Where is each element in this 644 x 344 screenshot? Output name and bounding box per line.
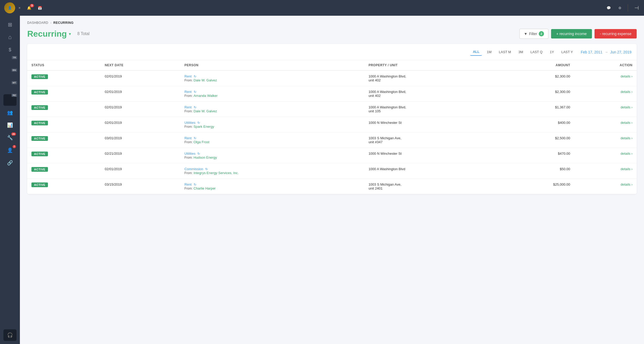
calendar-icon: 📅: [38, 6, 42, 10]
cell-property-3: 1000 N Winchester St: [364, 117, 500, 132]
sidebar-item-dollar[interactable]: $: [3, 44, 16, 56]
sync-icon-0: ↻: [194, 75, 196, 78]
sidebar-item-mt[interactable]: mt: [3, 82, 16, 93]
period-3m-button[interactable]: 3M: [516, 48, 526, 56]
table-header-row: STATUS NEXT DATE PERSON PROPERTY / UNIT …: [27, 60, 637, 70]
grid-icon: ⊞: [8, 21, 12, 28]
cell-property-7: 1003 S Michigan Ave,unit 2401: [364, 179, 500, 194]
sync-icon-4: ↻: [194, 136, 196, 140]
date-from[interactable]: Feb 17, 2011: [581, 50, 603, 54]
person-name-0[interactable]: Dale W. Galvez: [193, 78, 217, 82]
filter-label: Filter: [529, 32, 537, 36]
sidebar-item-person-check[interactable]: 👤 7: [3, 145, 16, 156]
sidebar-item-home[interactable]: ⌂: [3, 31, 16, 43]
person-name-1[interactable]: Amanda Walker: [193, 94, 218, 98]
date-arrow: →: [604, 50, 608, 54]
table-row: ACTIVE 02/01/2019 Rent ↻ From: Amanda Wa…: [27, 86, 637, 102]
add-expense-button[interactable]: - recurring expense: [595, 29, 637, 38]
person-name-7[interactable]: Charlie Harper: [193, 186, 216, 190]
sync-icon-7: ↻: [194, 183, 196, 186]
table-row: ACTIVE 02/01/2019 Commission ↻ From: Int…: [27, 163, 637, 179]
table-row: ACTIVE 03/15/2019 Rent ↻ From: Charlie H…: [27, 179, 637, 194]
cell-person-6: Commission ↻ From: Integrys Energy Servi…: [180, 163, 364, 179]
breadcrumb-home[interactable]: DASHBOARD: [27, 21, 48, 25]
cell-action-6: details ›: [574, 163, 637, 179]
cell-action-7: details ›: [574, 179, 637, 194]
details-link-5[interactable]: details ›: [620, 152, 632, 156]
cell-status-0: ACTIVE: [27, 70, 101, 86]
cell-amount-0: $2,300.00: [500, 70, 574, 86]
person-name-5[interactable]: Hudson Energy: [193, 156, 217, 159]
chat-button[interactable]: 💬: [606, 5, 612, 11]
person-name-4[interactable]: Olga Frost: [193, 140, 209, 144]
col-person: PERSON: [180, 60, 364, 70]
sidebar-item-bn[interactable]: bn: [3, 69, 16, 81]
home-icon: ⌂: [8, 34, 12, 41]
details-link-2[interactable]: details ›: [620, 105, 632, 109]
sidebar-item-chart[interactable]: 📊: [3, 119, 16, 131]
gear-icon: ⚙: [618, 6, 621, 10]
period-all-button[interactable]: ALL: [470, 48, 482, 56]
cell-action-3: details ›: [574, 117, 637, 132]
cell-property-5: 1000 N Winchester St: [364, 148, 500, 163]
sidebar-item-mt-label: mt: [12, 81, 17, 84]
cell-status-5: ACTIVE: [27, 148, 101, 163]
sidebar-item-tr-label: tr: [12, 56, 17, 59]
sidebar-item-tr[interactable]: tr: [3, 57, 16, 68]
person-type-4: Rent: [184, 136, 191, 140]
period-1y-button[interactable]: 1Y: [547, 48, 557, 56]
col-action: ACTION: [574, 60, 637, 70]
calendar-button[interactable]: 📅: [37, 5, 43, 11]
logout-button[interactable]: ⊣: [633, 4, 640, 12]
title-dropdown-icon[interactable]: ▾: [69, 31, 71, 36]
details-link-7[interactable]: details ›: [620, 182, 632, 186]
cell-date-0: 02/01/2019: [101, 70, 180, 86]
notifications-button[interactable]: 🔔 9: [26, 5, 32, 11]
link-icon: 🔗: [7, 160, 13, 166]
date-range: Feb 17, 2011 → Jun 27, 2019: [581, 50, 631, 54]
sidebar-item-headset[interactable]: 🎧: [3, 329, 16, 341]
details-link-3[interactable]: details ›: [620, 121, 632, 125]
cell-date-1: 02/01/2019: [101, 86, 180, 102]
cell-action-1: details ›: [574, 86, 637, 102]
details-link-6[interactable]: details ›: [620, 167, 632, 171]
date-to[interactable]: Jun 27, 2019: [610, 50, 631, 54]
sidebar-item-re[interactable]: re: [3, 94, 16, 106]
settings-button[interactable]: ⚙: [617, 5, 623, 11]
details-link-4[interactable]: details ›: [620, 136, 632, 140]
add-income-button[interactable]: + recurring income: [551, 29, 592, 38]
sidebar: ⊞ ⌂ $ tr bn mt re 👥 📊 🔧 26 👤 7 🔗 🎧: [0, 16, 20, 344]
status-badge-0: ACTIVE: [31, 74, 48, 79]
logout-icon: ⊣: [634, 5, 639, 11]
breadcrumb: DASHBOARD › RECURRING: [27, 21, 637, 25]
sidebar-item-people[interactable]: 👥: [3, 107, 16, 118]
sidebar-item-wrench[interactable]: 🔧 26: [3, 132, 16, 143]
period-lasty-button[interactable]: LAST Y: [559, 48, 575, 56]
sync-icon-2: ↻: [194, 106, 196, 109]
table-row: ACTIVE 02/01/2019 Rent ↻ From: Dale W. G…: [27, 70, 637, 86]
filter-button[interactable]: ▼ Filter 2: [519, 29, 548, 39]
person-type-0: Rent: [184, 74, 191, 78]
avatar[interactable]: 👤: [4, 2, 15, 13]
details-link-1[interactable]: details ›: [620, 90, 632, 94]
cell-action-5: details ›: [574, 148, 637, 163]
topbar-x-icon: ✕: [18, 6, 21, 10]
period-lastm-button[interactable]: LAST M: [496, 48, 514, 56]
period-lastq-button[interactable]: LAST Q: [528, 48, 545, 56]
sidebar-item-grid[interactable]: ⊞: [3, 19, 16, 30]
sidebar-item-link[interactable]: 🔗: [3, 157, 16, 169]
person-name-2[interactable]: Dale W. Galvez: [193, 109, 217, 113]
person-name-6[interactable]: Integrys Energy Services, Inc.: [193, 171, 239, 175]
data-table: STATUS NEXT DATE PERSON PROPERTY / UNIT …: [27, 60, 637, 194]
dollar-icon: $: [9, 47, 11, 53]
status-badge-2: ACTIVE: [31, 105, 48, 110]
person-name-3[interactable]: Spark Energy: [193, 125, 214, 129]
headset-icon: 🎧: [7, 332, 13, 338]
cell-property-4: 1003 S Michigan Ave,unit #347: [364, 132, 500, 148]
sync-icon-3: ↻: [197, 121, 200, 125]
details-link-0[interactable]: details ›: [620, 74, 632, 78]
sync-icon-5: ↻: [197, 152, 200, 156]
person-type-5: Utilities: [184, 152, 195, 156]
period-1m-button[interactable]: 1M: [484, 48, 494, 56]
person-type-1: Rent: [184, 90, 191, 94]
